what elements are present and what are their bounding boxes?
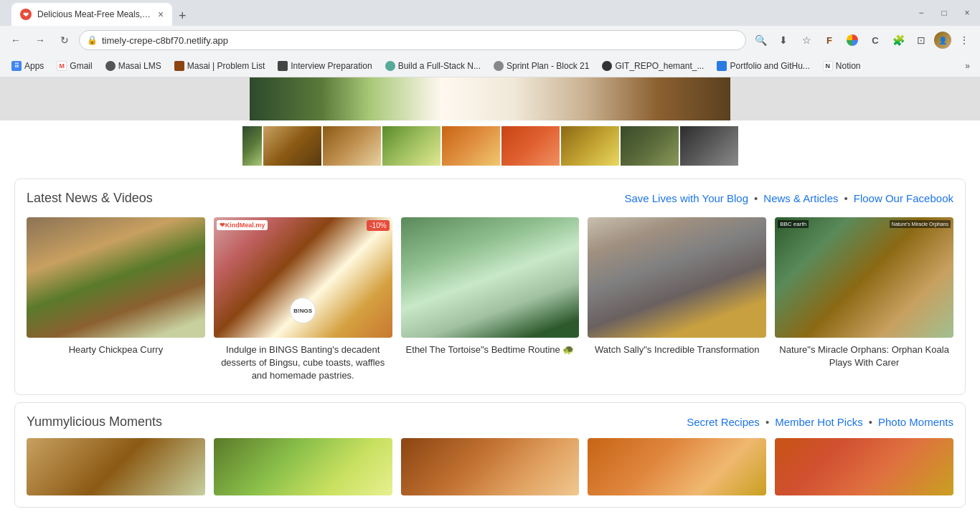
member-hot-picks-link[interactable]: Member Hot Picks — [775, 416, 863, 428]
bookmark-fullstack-label: Build a Full-Stack N... — [398, 61, 481, 71]
active-tab[interactable]: ❤ Delicious Meat-Free Meals, Vege × — [11, 3, 172, 26]
page-content: Latest News & Videos Save Lives with You… — [0, 77, 980, 522]
address-bar[interactable]: 🔒 timely-crepe-c8bf70.netlify.app — [79, 30, 746, 50]
bookmark-gitrepo[interactable]: GIT_REPO_hemant_... — [596, 59, 710, 73]
secret-recipes-link[interactable]: Secret Recipes — [687, 416, 760, 428]
kindmeal-logo: ❤KindMeal.my — [217, 220, 268, 230]
bookmark-masai-lms[interactable]: Masai LMS — [100, 59, 167, 73]
yummy-sep-2: • — [869, 416, 872, 428]
thumbnail-item[interactable] — [263, 126, 321, 166]
news-card-4[interactable]: Watch Sally"s Incredible Transformation — [588, 217, 766, 383]
close-button[interactable]: × — [960, 8, 974, 18]
yummy-title: Yummylicious Moments — [27, 414, 162, 430]
search-icon[interactable]: 🔍 — [750, 30, 771, 50]
news-card-3-img-wrapper — [401, 217, 580, 338]
bings-logo: B!NGS — [290, 298, 316, 323]
yummy-sep-1: • — [765, 416, 769, 428]
refresh-button[interactable]: ↻ — [55, 30, 75, 50]
bookmark-gmail[interactable]: M Gmail — [51, 59, 98, 73]
news-card-1-img-wrapper — [27, 217, 205, 338]
bookmark-portfolio[interactable]: Portfolio and GitHu... — [711, 59, 815, 73]
bookmark-apps[interactable]: ⠿ Apps — [6, 59, 50, 73]
new-tab-button[interactable]: + — [172, 6, 192, 26]
split-view-icon[interactable]: ⊡ — [911, 30, 931, 50]
news-card-4-img-wrapper — [588, 217, 766, 338]
tab-close-button[interactable]: × — [158, 9, 164, 20]
thumbnail-item[interactable] — [382, 126, 440, 166]
bookmark-apps-label: Apps — [24, 61, 44, 71]
nature-badge: Nature's Miracle Orphans — [890, 220, 951, 228]
bookmark-notion-label: Notion — [836, 61, 861, 71]
bookmark-masai-problem[interactable]: Masai | Problem List — [169, 59, 271, 73]
profile-avatar[interactable]: 👤 — [934, 32, 951, 49]
latest-news-section: Latest News & Videos Save Lives with You… — [14, 179, 966, 395]
section-header: Latest News & Videos Save Lives with You… — [27, 191, 953, 206]
title-bar: ❤ Delicious Meat-Free Meals, Vege × + − … — [0, 0, 980, 26]
c-extension-icon[interactable]: C — [865, 30, 885, 50]
news-card-1-image — [27, 217, 205, 338]
bookmark-fullstack[interactable]: Build a Full-Stack N... — [380, 59, 486, 73]
lock-icon: 🔒 — [87, 35, 98, 45]
bookmark-portfolio-label: Portfolio and GitHu... — [730, 61, 809, 71]
section-title: Latest News & Videos — [27, 191, 153, 206]
thumbnail-item[interactable] — [442, 126, 500, 166]
minimize-button[interactable]: − — [914, 8, 928, 18]
forward-button[interactable]: → — [30, 30, 50, 50]
save-lives-link[interactable]: Save Lives with Your Blog — [624, 192, 748, 204]
yummy-card-5[interactable] — [775, 438, 953, 495]
maximize-button[interactable]: □ — [937, 8, 951, 18]
yummy-grid — [27, 438, 953, 495]
download-icon[interactable]: ⬇ — [773, 30, 793, 50]
news-card-5-img-wrapper: BBC earth Nature's Miracle Orphans — [775, 217, 953, 338]
yummy-card-2[interactable] — [214, 438, 392, 495]
bookmark-masai-lms-label: Masai LMS — [118, 61, 161, 71]
separator-2: • — [844, 192, 848, 204]
puzzle-extension-icon[interactable]: 🧩 — [888, 30, 908, 50]
news-card-5[interactable]: BBC earth Nature's Miracle Orphans Natur… — [775, 217, 953, 383]
thumbnail-item[interactable] — [621, 126, 679, 166]
yummy-card-3[interactable] — [401, 438, 580, 495]
tab-favicon: ❤ — [20, 9, 32, 20]
bookmark-gmail-label: Gmail — [70, 61, 92, 71]
thumbnail-item[interactable] — [561, 126, 619, 166]
bookmark-masai-problem-label: Masai | Problem List — [187, 61, 265, 71]
thumbnail-item[interactable] — [323, 126, 381, 166]
bookmark-interview-label: Interview Preparation — [291, 61, 372, 71]
bookmark-sprint-label: Sprint Plan - Block 21 — [507, 61, 589, 71]
chrome-extension-icon[interactable] — [842, 30, 862, 50]
back-button[interactable]: ← — [6, 30, 26, 50]
thumbnail-item[interactable] — [680, 126, 738, 166]
follow-facebook-link[interactable]: Floow Our Facebook — [854, 192, 953, 204]
news-card-2[interactable]: ❤KindMeal.my -10% B!NGS Indulge in BINGS… — [214, 217, 392, 383]
news-card-5-title: Nature"s Miracle Orphans: Orphan Koala P… — [775, 343, 953, 369]
news-articles-link[interactable]: News & Articles — [763, 192, 838, 204]
bookmark-interview[interactable]: Interview Preparation — [272, 59, 377, 73]
bbc-badge: BBC earth — [778, 220, 809, 228]
yummylicious-section: Yummylicious Moments Secret Recipes • Me… — [14, 402, 966, 508]
yummy-card-1[interactable] — [27, 438, 205, 495]
news-card-1[interactable]: Hearty Chickpea Curry — [27, 217, 205, 383]
yummy-card-4[interactable] — [588, 438, 766, 495]
discount-badge: -10% — [367, 220, 389, 231]
menu-icon[interactable]: ⋮ — [954, 30, 974, 50]
news-card-2-title: Indulge in BINGS Banting's decadent dess… — [214, 343, 392, 383]
yummy-links: Secret Recipes • Member Hot Picks • Phot… — [687, 416, 953, 428]
hero-img-placeholder — [250, 77, 730, 120]
photo-moments-link[interactable]: Photo Moments — [878, 416, 953, 428]
bookmark-notion[interactable]: N Notion — [817, 59, 867, 73]
star-icon[interactable]: ☆ — [796, 30, 816, 50]
thumbnail-item[interactable] — [501, 126, 560, 166]
f-extension-icon[interactable]: F — [819, 30, 839, 50]
news-card-5-image — [775, 217, 953, 338]
tab-title: Delicious Meat-Free Meals, Vege — [37, 9, 152, 19]
thumbnail-strip-inner — [242, 126, 738, 166]
hero-image — [0, 77, 980, 120]
bookmarks-more-button[interactable]: » — [961, 59, 974, 73]
thumbnail-strip — [0, 120, 980, 171]
yummy-header: Yummylicious Moments Secret Recipes • Me… — [27, 414, 953, 430]
news-card-2-img-wrapper: ❤KindMeal.my -10% B!NGS — [214, 217, 392, 338]
bookmark-sprint[interactable]: Sprint Plan - Block 21 — [488, 59, 595, 73]
news-card-3[interactable]: Ethel The Tortoise"s Bedtime Routine 🐢 — [401, 217, 580, 383]
thumbnail-item[interactable] — [242, 126, 262, 166]
section-links: Save Lives with Your Blog • News & Artic… — [624, 192, 953, 204]
